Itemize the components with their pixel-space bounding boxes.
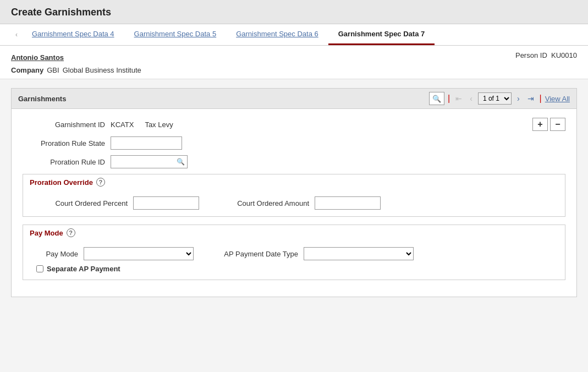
tab-garnishment-spec-data-5[interactable]: Garnishment Spec Data 5 [124, 24, 227, 45]
garnishment-id-label: Garnishment ID [23, 121, 111, 129]
court-ordered-percent-group: Court Ordered Percent [34, 196, 199, 210]
garnishments-header: Garnishments 🔍 | ⇤ ‹ 1 of 1 › ⇥ | View A… [12, 89, 576, 109]
proration-override-form: Court Ordered Percent Court Ordered Amou… [34, 196, 554, 210]
company-label: Company [11, 66, 43, 74]
ap-payment-date-type-group: AP Payment Date Type Payment Date Due Da… [216, 247, 414, 260]
court-ordered-amount-group: Court Ordered Amount [221, 196, 381, 210]
add-button[interactable]: + [532, 118, 548, 131]
proration-rule-state-input[interactable] [111, 136, 182, 150]
separate-ap-payment-label: Separate AP Payment [47, 265, 120, 273]
proration-rule-id-input[interactable] [111, 155, 174, 168]
pay-mode-form: Pay Mode Check Direct Deposit Wire Trans… [34, 247, 554, 260]
court-ordered-amount-input[interactable] [315, 196, 381, 210]
remove-button[interactable]: − [550, 118, 565, 131]
proration-rule-state-label: Proration Rule State [23, 139, 111, 147]
company-code: GBI [47, 66, 59, 74]
search-icon: 🔍 [432, 95, 441, 103]
nav-prev-button[interactable]: ‹ [468, 93, 475, 104]
garnishments-search-button[interactable]: 🔍 [429, 92, 444, 105]
add-remove-buttons: + − [532, 118, 565, 131]
company-name: Global Business Institute [63, 66, 141, 74]
garnishments-section: Garnishments 🔍 | ⇤ ‹ 1 of 1 › ⇥ | View A… [11, 88, 577, 297]
plus-icon: + [537, 119, 542, 129]
pay-mode-label: Pay Mode [34, 250, 84, 258]
tab-garnishment-spec-data-7[interactable]: Garnishment Spec Data 7 [328, 24, 435, 45]
garnishment-id-value: KCATX [111, 121, 134, 129]
proration-rule-id-label: Proration Rule ID [23, 158, 111, 166]
garnishments-body: Garnishment ID KCATX Tax Levy + − Prorat… [12, 109, 576, 297]
proration-override-title: Proration Override [30, 178, 93, 187]
proration-rule-id-field: 🔍 [111, 155, 188, 168]
tax-levy-label: Tax Levy [145, 121, 173, 129]
nav-last-button[interactable]: ⇥ [525, 93, 536, 104]
person-name[interactable]: Antonio Santos [11, 53, 64, 62]
tab-garnishment-spec-data-6[interactable]: Garnishment Spec Data 6 [226, 24, 328, 45]
court-ordered-percent-label: Court Ordered Percent [34, 199, 133, 207]
section-controls: 🔍 | ⇤ ‹ 1 of 1 › ⇥ | View All [429, 92, 570, 105]
ap-payment-date-type-select[interactable]: Payment Date Due Date [304, 247, 414, 260]
court-ordered-percent-input[interactable] [133, 196, 199, 210]
person-id-section: Person ID KU0010 [515, 51, 577, 59]
tab-nav-prev[interactable]: ‹ [11, 25, 22, 44]
proration-override-subsection: Proration Override ? Court Ordered Perce… [23, 174, 565, 217]
separate-ap-payment-row: Separate AP Payment [34, 265, 554, 273]
proration-override-header: Proration Override ? [23, 174, 565, 190]
tab-garnishment-spec-data-4[interactable]: Garnishment Spec Data 4 [22, 24, 124, 45]
nav-divider-1: | [448, 94, 450, 103]
page-select[interactable]: 1 of 1 [478, 92, 512, 105]
proration-override-help-icon[interactable]: ? [96, 178, 105, 187]
garnishments-title: Garnishments [18, 95, 66, 103]
main-content: Garnishments 🔍 | ⇤ ‹ 1 of 1 › ⇥ | View A… [0, 79, 588, 315]
pay-mode-group: Pay Mode Check Direct Deposit Wire Trans… [34, 247, 194, 260]
search-icon-small: 🔍 [177, 158, 185, 166]
person-section: Antonio Santos Person ID KU0010 Company … [0, 46, 588, 79]
page-title: Create Garnishments [11, 7, 577, 18]
nav-first-button[interactable]: ⇤ [453, 93, 464, 104]
view-all-button[interactable]: View All [545, 95, 570, 103]
court-ordered-amount-label: Court Ordered Amount [221, 199, 315, 207]
proration-rule-state-row: Proration Rule State [23, 136, 565, 150]
tabs-bar: ‹ Garnishment Spec Data 4 Garnishment Sp… [0, 24, 588, 46]
page-header: Create Garnishments [0, 0, 588, 24]
pay-mode-title: Pay Mode [30, 229, 63, 237]
person-id-label: Person ID [515, 51, 547, 59]
proration-rule-id-row: Proration Rule ID 🔍 [23, 155, 565, 168]
pay-mode-select[interactable]: Check Direct Deposit Wire Transfer [84, 247, 194, 260]
garnishment-id-row: Garnishment ID KCATX Tax Levy + − [23, 118, 565, 131]
proration-override-body: Court Ordered Percent Court Ordered Amou… [23, 190, 565, 216]
nav-next-button[interactable]: › [515, 93, 522, 104]
company-row: Company GBI Global Business Institute [11, 66, 577, 74]
proration-rule-id-search-icon[interactable]: 🔍 [174, 155, 188, 168]
ap-payment-date-type-label: AP Payment Date Type [216, 250, 304, 258]
nav-divider-2: | [540, 94, 542, 103]
pay-mode-body: Pay Mode Check Direct Deposit Wire Trans… [23, 240, 565, 280]
pay-mode-header: Pay Mode ? [23, 225, 565, 240]
pay-mode-help-icon[interactable]: ? [67, 228, 75, 237]
pay-mode-subsection: Pay Mode ? Pay Mode Check Direct Deposit… [23, 225, 565, 280]
separate-ap-payment-checkbox[interactable] [36, 265, 43, 272]
minus-icon: − [555, 119, 560, 129]
person-id-value: KU0010 [551, 51, 577, 59]
